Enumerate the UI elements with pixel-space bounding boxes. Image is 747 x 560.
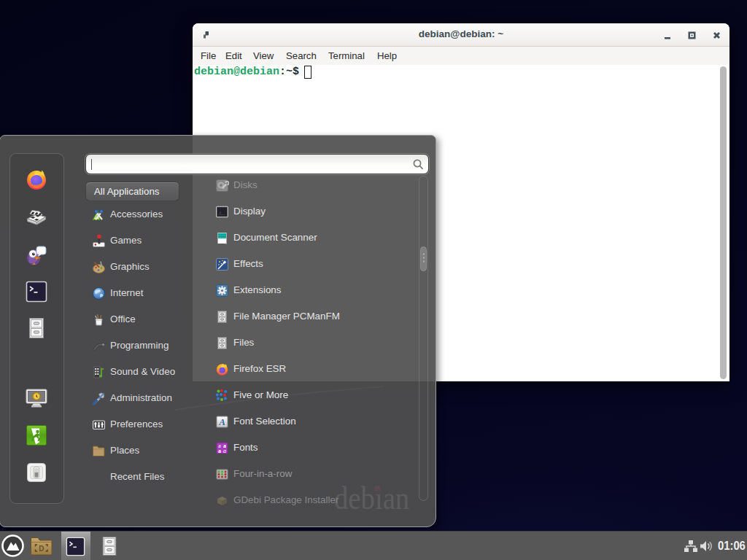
svg-text:A: A	[218, 416, 225, 427]
svg-text:a: a	[218, 448, 221, 454]
svg-text:D: D	[39, 545, 44, 553]
svg-text:a: a	[223, 448, 226, 454]
